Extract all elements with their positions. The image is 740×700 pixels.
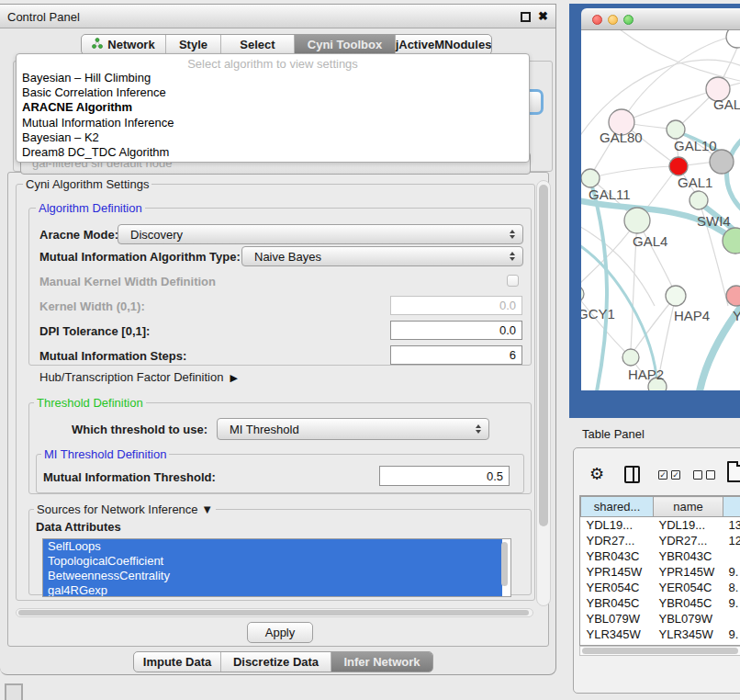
network-canvas[interactable]: GALGAL80GAL10GAL1GAL11SWI4GAL4GCY1HAP4YH… bbox=[581, 30, 740, 390]
attribute-item-topologicalcoefficient[interactable]: TopologicalCoefficient bbox=[43, 554, 502, 569]
table-cell[interactable]: YBL079W bbox=[654, 611, 723, 627]
aracne-mode-combo[interactable]: Discovery bbox=[118, 224, 523, 244]
kernel-width-input[interactable]: 0.0 bbox=[390, 296, 522, 315]
mi-threshold-input[interactable]: 0.5 bbox=[379, 466, 510, 486]
mi-algorithm-type-combo[interactable]: Naive Bayes bbox=[241, 246, 523, 266]
table-cell[interactable]: YBR043C bbox=[654, 548, 723, 564]
algorithm-option-basic-correlation-inference[interactable]: Basic Correlation Inference bbox=[17, 85, 529, 100]
sources-toggle[interactable]: Sources for Network Inference ▼ bbox=[34, 502, 216, 516]
algorithm-option-mutual-information-inference[interactable]: Mutual Information Inference bbox=[17, 116, 529, 130]
algorithm-option-aracne-algorithm[interactable]: ARACNE Algorithm bbox=[17, 100, 529, 115]
table-cell[interactable]: YLR345W bbox=[581, 627, 654, 642]
table-row[interactable]: YBL079WYBL079W bbox=[581, 611, 740, 627]
table-cell[interactable]: 8. bbox=[723, 580, 740, 595]
network-node[interactable] bbox=[726, 30, 740, 48]
dpi-tolerance-input[interactable]: 0.0 bbox=[390, 321, 522, 340]
tab-impute-data[interactable]: Impute Data bbox=[134, 652, 221, 672]
table-cell[interactable]: YLR345W bbox=[654, 627, 723, 642]
close-icon[interactable]: ✖ bbox=[538, 9, 548, 23]
algorithm-option-bayesian-hill-climbing[interactable]: Bayesian – Hill Climbing bbox=[17, 71, 529, 85]
table-cell[interactable] bbox=[723, 548, 740, 564]
list-scrollbar-thumb[interactable] bbox=[501, 542, 508, 586]
settings-horizontal-scrollbar[interactable] bbox=[16, 608, 533, 617]
select-all-columns-icon[interactable]: ✓ ✓ bbox=[658, 470, 680, 480]
network-node-gal4[interactable] bbox=[624, 208, 650, 233]
deselect-all-columns-icon[interactable] bbox=[693, 470, 715, 480]
network-node-gal10[interactable] bbox=[667, 120, 685, 139]
table-cell[interactable]: YBL079W bbox=[581, 611, 654, 627]
table-cell[interactable]: YDR27... bbox=[654, 533, 723, 548]
table-cell[interactable]: YBR045C bbox=[654, 595, 723, 611]
table-cell[interactable]: YER054C bbox=[581, 580, 654, 595]
new-table-icon[interactable] bbox=[727, 461, 740, 482]
cyni-bottom-tabbar: Impute DataDiscretize DataInfer Network bbox=[133, 651, 433, 672]
table-header-row[interactable]: shared...nameA bbox=[581, 497, 740, 517]
tab-discretize-data[interactable]: Discretize Data bbox=[221, 652, 331, 672]
which-threshold-combo[interactable]: MI Threshold bbox=[217, 418, 489, 440]
table-row[interactable]: YDL19...YDL19...13 bbox=[581, 517, 740, 533]
column-header-a[interactable]: A bbox=[723, 497, 740, 517]
expanded-arrow-icon: ▼ bbox=[201, 502, 213, 516]
gear-icon[interactable]: ⚙ bbox=[589, 464, 604, 483]
table-cell[interactable] bbox=[723, 611, 740, 627]
tab-jactivemnodules[interactable]: jActiveMNodules bbox=[396, 35, 491, 54]
table-row[interactable]: YBR043CYBR043C bbox=[581, 548, 740, 564]
table-cell[interactable]: YBR043C bbox=[581, 548, 654, 564]
table-row[interactable]: YLR345WYLR345W9. bbox=[581, 627, 740, 642]
table-horizontal-scrollbar[interactable] bbox=[579, 646, 740, 656]
network-window-titlebar[interactable] bbox=[581, 8, 740, 30]
table-row[interactable]: YER054CYER054C8. bbox=[581, 580, 740, 595]
zoom-traffic-light-icon[interactable] bbox=[623, 15, 633, 25]
attribute-item-gal4rgexp[interactable]: gal4RGexp bbox=[43, 583, 502, 597]
table-row[interactable]: YPR145WYPR145W9. bbox=[581, 564, 740, 580]
network-node-hap4[interactable] bbox=[666, 286, 686, 306]
bottom-left-window-icon[interactable] bbox=[5, 683, 23, 700]
table-cell[interactable]: YER054C bbox=[654, 580, 723, 595]
settings-vertical-scrollbar-thumb[interactable] bbox=[539, 185, 548, 526]
table-cell[interactable]: 9. bbox=[723, 595, 740, 611]
network-node-y[interactable] bbox=[726, 286, 740, 306]
table-cell[interactable]: 9. bbox=[723, 564, 740, 580]
node-table[interactable]: shared...nameA YDL19...YDL19...13YDR27..… bbox=[579, 495, 740, 646]
attribute-item-betweennesscentrality[interactable]: BetweennessCentrality bbox=[43, 569, 502, 583]
algorithm-definition-title: Algorithm Definition bbox=[36, 201, 145, 215]
algorithm-option-bayesian-k2[interactable]: Bayesian – K2 bbox=[17, 130, 529, 145]
settings-vertical-scrollbar[interactable] bbox=[536, 180, 551, 606]
algorithm-option-dream8-dc-tdc-algorithm[interactable]: Dream8 DC_TDC Algorithm bbox=[17, 145, 529, 160]
tab-cyni-toolbox[interactable]: Cyni Toolbox bbox=[295, 35, 396, 54]
network-node-hap2[interactable] bbox=[622, 349, 639, 366]
mi-steps-input[interactable]: 6 bbox=[390, 345, 522, 365]
network-node-gal1[interactable] bbox=[669, 157, 688, 175]
minimize-traffic-light-icon[interactable] bbox=[608, 15, 618, 25]
table-cell[interactable]: 13 bbox=[723, 517, 740, 533]
table-cell[interactable]: 9. bbox=[723, 627, 740, 642]
table-cell[interactable]: YPR145W bbox=[654, 564, 723, 580]
table-horizontal-scrollbar-thumb[interactable] bbox=[582, 648, 738, 654]
table-cell[interactable]: YPR145W bbox=[581, 564, 654, 580]
tab-network[interactable]: Network bbox=[82, 35, 166, 54]
manual-kernel-width-checkbox[interactable] bbox=[507, 275, 519, 287]
tab-select[interactable]: Select bbox=[221, 35, 295, 54]
table-cell[interactable]: YBR045C bbox=[581, 595, 654, 611]
hub-definition-toggle[interactable]: Hub/Transcription Factor Definition▶ bbox=[39, 370, 238, 384]
network-node-swi4[interactable] bbox=[690, 191, 708, 209]
attribute-item-selfloops[interactable]: SelfLoops bbox=[43, 539, 502, 554]
data-attributes-list[interactable]: SelfLoopsTopologicalCoefficientBetweenne… bbox=[42, 538, 511, 597]
column-header-shared[interactable]: shared... bbox=[581, 497, 654, 517]
settings-horizontal-scrollbar-thumb[interactable] bbox=[18, 610, 529, 615]
columns-icon[interactable] bbox=[624, 466, 640, 483]
close-traffic-light-icon[interactable] bbox=[592, 15, 602, 25]
tab-infer-network[interactable]: Infer Network bbox=[331, 652, 432, 672]
network-node-gcy1[interactable] bbox=[581, 286, 584, 302]
tab-style[interactable]: Style bbox=[166, 35, 221, 54]
table-cell[interactable]: 12 bbox=[723, 533, 740, 548]
column-header-name[interactable]: name bbox=[654, 497, 723, 517]
table-cell[interactable]: YDL19... bbox=[581, 517, 654, 533]
float-window-icon[interactable] bbox=[521, 12, 531, 22]
table-row[interactable]: YBR045CYBR045C9. bbox=[581, 595, 740, 611]
table-row[interactable]: YDR27...YDR27...12 bbox=[581, 533, 740, 548]
table-cell[interactable]: YDR27... bbox=[581, 533, 654, 548]
table-cell[interactable]: YDL19... bbox=[654, 517, 723, 533]
apply-button[interactable]: Apply bbox=[247, 622, 313, 643]
network-node-gal11[interactable] bbox=[581, 169, 600, 187]
